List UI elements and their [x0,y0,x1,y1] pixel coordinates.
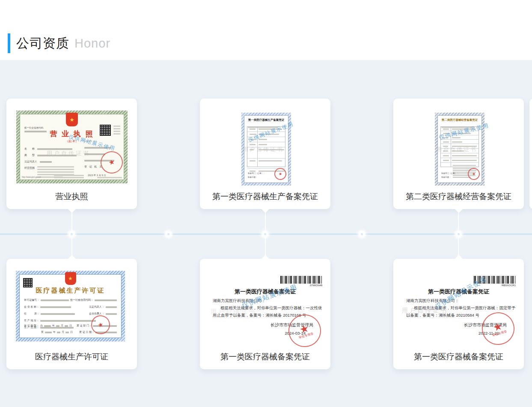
production-license-image: ★ 医疗器械生产许可证 许可证编号： 统一社会信用代码： 企 业 名 称： 法定… [16,271,125,341]
certificate-card-class1-production-record[interactable]: 第一类医疗器械生产备案凭证 备案部门（公章）： 备案日期 [200,99,330,209]
footer-dept-label: 备案部门（公章）： [248,172,265,174]
card-caption: 医疗器械生产许可证 [6,351,137,362]
text-line-placeholder [84,147,111,149]
honor-page: 公司资质 Honor ★ 统一社会信用代码 营 业 执 照 （ [0,0,532,407]
certificate-card-class2-operation-record[interactable]: 第二类医疗器械经营备案凭证 [393,99,524,209]
certificate-body-line: 根据相关法规要求，对你单位第一类医疗器械：一次性使 [220,305,322,311]
timeline-node [262,231,268,237]
timeline-node [69,231,74,237]
page-title-en: Honor [74,36,110,51]
record-certificate-paper: 第一类医疗器械生产备案凭证 备案部门（公章）： 备案日期 [244,115,288,183]
card-tail [262,209,269,213]
barcode-icon [280,276,322,284]
certificate-table [247,126,285,167]
registry-label: 登 记 机 关 [84,165,103,169]
certificate-addressee: 湖南力宾医疗科技有限公司： [213,298,266,304]
license-serial: 副本编号：1-1 [84,140,97,142]
production-license-paper: ★ 医疗器械生产许可证 许可证编号： 统一社会信用代码： 企 业 名 称： 法定… [19,274,122,338]
page-title: 公司资质 [16,35,69,52]
card-tail [68,255,76,259]
record-certificate-paper: 第二类医疗器械经营备案凭证 [437,115,482,183]
card-caption: 第二类医疗器械经营备案凭证 [393,191,524,202]
timeline-node [456,231,461,237]
barcode-icon [474,276,516,284]
text-line-placeholder [37,155,77,156]
license-footnotes: http://www.gsxt.gov.cn [22,175,122,178]
card-caption: 第一类医疗器械备案凭证 [393,351,524,362]
record-certificate-image: 第一类医疗器械生产备案凭证 备案部门（公章）： 备案日期 [241,113,291,186]
license-title: 医疗器械生产许可证 [20,287,121,295]
field-legal-label: 法定代表人 [24,160,37,164]
qr-side-notes [113,126,120,135]
qr-code-icon [100,125,111,136]
certificate-card-production-license[interactable]: ★ 医疗器械生产许可证 许可证编号： 统一社会信用代码： 企 业 名 称： 法定… [6,259,137,369]
heading-accent-bar [8,33,10,53]
footer-date-label: 备案日期： [248,176,258,178]
certificate-body-line: 根据相关法规要求，对你单位第一类医疗器械：固定带予 [414,305,516,311]
record-certificate-image: 第二类医疗器械经营备案凭证 [435,113,484,186]
business-license-image: ★ 统一社会信用代码 营 业 执 照 （副 本） 副本编号：1-1 名 称 类 … [16,111,128,183]
certificate-card-business-license[interactable]: ★ 统一社会信用代码 营 业 执 照 （副 本） 副本编号：1-1 名 称 类 … [6,99,137,209]
card-caption: 营业执照 [6,191,137,202]
section-heading: 公司资质 Honor [8,33,110,53]
barcode-text: 07MION48 [280,284,322,287]
next-card-partial[interactable] [529,99,532,209]
card-tail [68,209,76,213]
national-emblem-icon: ★ [66,113,78,126]
national-emblem-icon: ★ [65,272,76,285]
footer-dept-label: 备案部门（公章）： [441,172,459,174]
certificate-body-line: 以备案，备案号：湘长械备 20210584 号 [406,313,479,318]
qr-code-icon [23,278,33,287]
certificate-card-class1-record-2[interactable]: RBSXOCR1 第一类医疗器械备案凭证 湖南力宾医疗科技有限公司： 根据相关法… [393,259,524,369]
card-tail [455,209,463,213]
card-tail [262,255,269,259]
certificate-body-line: 用止血带予以备案，备案号：湘长械备 20170168 号 [213,313,306,318]
certificate-title: 第一类医疗器械备案凭证 [393,288,524,296]
business-license-paper: ★ 统一社会信用代码 营 业 执 照 （副 本） 副本编号：1-1 名 称 类 … [20,114,124,180]
certificate-title: 第二类医疗器械经营备案凭证 [438,118,481,122]
barcode-text: RBSXOCR1 [474,284,516,287]
card-tail [455,255,463,259]
honor-section: ★ 统一社会信用代码 营 业 执 照 （副 本） 副本编号：1-1 名 称 类 … [0,60,532,407]
license-subtitle: （副 本） [20,139,124,144]
official-seal-icon: ★ 审批专用章 [478,308,518,349]
text-line-placeholder [37,148,72,150]
gsxt-url: http://www.gsxt.gov.cn [22,176,41,178]
footer-date-label: 备案日期： [441,176,451,178]
certificate-card-class1-record-1[interactable]: 07MION48 第一类医疗器械备案凭证 湖南力宾医疗科技有限公司： 根据相关法… [200,259,330,369]
certificate-addressee: 湖南力宾医疗科技有限公司： [406,298,459,304]
field-name-label: 名 称 [24,147,35,151]
field-scope-label: 经营范围 [24,166,35,170]
timeline-node [359,231,365,237]
card-caption: 第一类医疗器械生产备案凭证 [200,191,330,202]
official-seal-icon: ★ [98,149,125,176]
text-line-placeholder [84,153,105,155]
certificate-table [440,126,479,167]
card-caption: 第一类医疗器械备案凭证 [200,351,330,362]
timeline-node [166,231,171,237]
field-type-label: 类 型 [24,153,35,157]
certificate-title: 第一类医疗器械备案凭证 [200,288,330,296]
certificate-footer: 备案部门（公章）： 备案日期： [248,171,265,179]
text-line-placeholder [40,161,52,163]
certificate-footer: 备案部门（公章）： 备案日期： [441,171,459,179]
certificate-title: 第一类医疗器械生产备案凭证 [244,118,288,122]
